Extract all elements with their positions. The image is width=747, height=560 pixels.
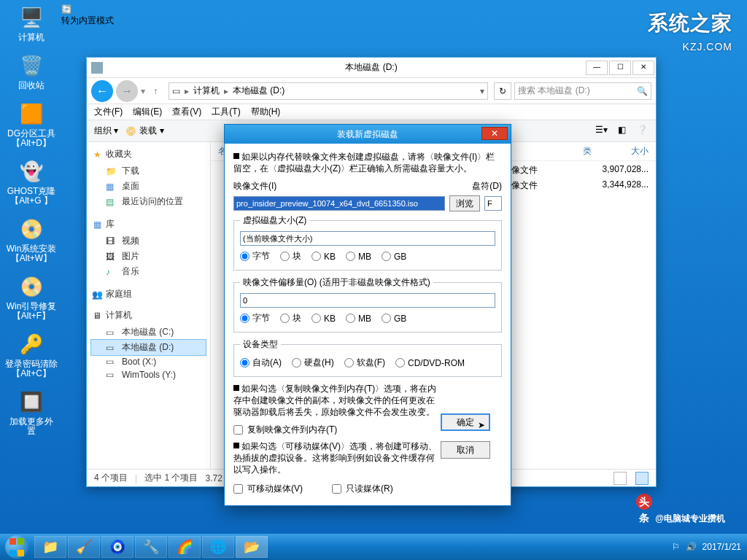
sidebar-item[interactable]: 📁下载 [91, 163, 206, 179]
sidebar-item[interactable]: ▭本地磁盘 (D:) [91, 340, 206, 355]
close-button[interactable]: ✕ [481, 127, 508, 140]
offset-input[interactable] [240, 293, 495, 308]
menu-file[interactable]: 文件(F) [94, 106, 123, 118]
disc-icon: 📀 [125, 126, 136, 136]
folder-icon: 📁 [106, 166, 117, 176]
search-input[interactable]: 搜索 本地磁盘 (D:) 🔍 [514, 82, 651, 100]
removable-checkbox[interactable]: 可移动媒体(V) [233, 483, 303, 495]
sidebar-item[interactable]: ▭WimTools (Y:) [91, 368, 206, 381]
sidebar: ★收藏夹 📁下载 ▦桌面 ▤最近访问的位置 ▦库 🎞视频 🖼图片 ♪音乐 👥家庭… [87, 142, 211, 469]
drive-label: 盘符(D) [472, 180, 502, 192]
ok-button[interactable]: 确定➤ [441, 413, 490, 431]
desktop-icon[interactable]: 🟧DG分区工具 【Alt+D】 [6, 101, 57, 148]
sidebar-libraries[interactable]: ▦库 [91, 218, 206, 230]
titlebar[interactable]: 本地磁盘 (D:) — ☐ ✕ [87, 58, 656, 78]
up-button[interactable]: ↑ [148, 86, 163, 96]
unit-kb[interactable]: KB [311, 312, 336, 324]
cancel-button[interactable]: 取消 [441, 441, 490, 459]
history-dropdown[interactable]: ▾ [141, 86, 145, 96]
close-button[interactable]: ✕ [632, 61, 654, 75]
start-button[interactable] [0, 534, 34, 560]
view-icons-button[interactable] [635, 472, 649, 485]
unit-block[interactable]: 块 [280, 312, 301, 324]
star-icon: ★ [91, 149, 103, 160]
mount-button[interactable]: 📀装载 ▾ [125, 125, 163, 137]
forward-button[interactable]: → [116, 80, 138, 102]
task-button[interactable]: 📁 [34, 536, 66, 558]
sidebar-computer[interactable]: 🖥计算机 [91, 309, 206, 322]
menu-bar: 文件(F) 编辑(E) 查看(V) 工具(T) 帮助(H) [87, 104, 656, 120]
help-icon[interactable]: ❔ [635, 125, 649, 138]
unit-block[interactable]: 块 [280, 250, 301, 262]
task-button[interactable]: 🌐 [202, 536, 234, 558]
unit-kb[interactable]: KB [311, 250, 336, 262]
desktop-icon[interactable]: 🖥️计算机 [6, 4, 57, 42]
task-button[interactable]: 🧹 [68, 536, 100, 558]
drive-letter-input[interactable] [484, 196, 502, 211]
system-tray[interactable]: ⚐ 🔊 2017/1/21 [672, 542, 747, 552]
unit-byte[interactable]: 字节 [240, 250, 270, 262]
size-input[interactable] [240, 231, 495, 246]
view-button[interactable]: ☰▾ [595, 125, 608, 138]
dev-cd[interactable]: CD/DVD-ROM [395, 357, 465, 369]
desktop-icon[interactable]: 🔲加载更多外置 [6, 389, 57, 436]
size-fieldset: 虚拟磁盘大小(Z) 字节 块 KB MB GB [233, 214, 502, 271]
flag-icon[interactable]: ⚐ [672, 542, 680, 552]
readonly-checkbox[interactable]: 只读媒体(R) [332, 483, 393, 495]
task-button[interactable]: 🧿 [101, 536, 133, 558]
sidebar-item[interactable]: 🎞视频 [91, 233, 206, 249]
menu-edit[interactable]: 编辑(E) [133, 106, 162, 118]
dev-auto[interactable]: 自动(A) [240, 357, 282, 369]
task-button[interactable]: 🔧 [135, 536, 167, 558]
dev-fdd[interactable]: 软盘(F) [344, 357, 385, 369]
unit-mb[interactable]: MB [346, 312, 371, 324]
image-label: 映像文件(I) [233, 180, 276, 192]
sidebar-item[interactable]: ▭Boot (X:) [91, 355, 206, 368]
preview-button[interactable]: ◧ [615, 125, 628, 138]
unit-byte[interactable]: 字节 [240, 312, 270, 324]
copy-checkbox[interactable]: 复制映像文件到内存(T) [233, 424, 438, 436]
sidebar-homegroup[interactable]: 👥家庭组 [91, 288, 206, 300]
dialog-titlebar[interactable]: 装载新虚拟磁盘 ✕ [225, 125, 511, 144]
task-button[interactable]: 📂 [236, 536, 268, 558]
volume-icon[interactable]: 🔊 [686, 542, 697, 552]
drive-icon [91, 62, 103, 74]
refresh-button[interactable]: ↻ [494, 82, 511, 100]
unit-mb[interactable]: MB [346, 250, 371, 262]
desktop-icon[interactable]: 🔑登录密码清除 【Alt+C】 [6, 331, 57, 378]
min-button[interactable]: — [586, 61, 608, 75]
desktop-icon[interactable]: 📀Win系统安装 【Alt+W】 [6, 216, 57, 263]
sidebar-favorites[interactable]: ★收藏夹 [91, 148, 206, 160]
task-button[interactable]: 🌈 [169, 536, 201, 558]
clock[interactable]: 2017/1/21 [703, 542, 741, 552]
image-path-input[interactable] [233, 196, 445, 211]
desktop-icon: ▦ [106, 182, 117, 192]
browse-button[interactable]: 浏览 [449, 195, 480, 211]
menu-help[interactable]: 帮助(H) [251, 106, 281, 118]
address-bar[interactable]: ▭ ▸ 计算机 ▸ 本地磁盘 (D:) ▾ [169, 82, 488, 100]
sidebar-item[interactable]: ▦桌面 [91, 179, 206, 194]
unit-gb[interactable]: GB [382, 312, 406, 324]
info-text: 如果勾选〈可移动媒体(V)〉选项，将创建可移动、热插拔的虚拟设备。这将影响到例如… [233, 440, 438, 475]
sidebar-item[interactable]: ♪音乐 [91, 264, 206, 279]
back-button[interactable]: ← [91, 80, 113, 102]
desktop-icon[interactable]: 📀Win引导修复 【Alt+F】 [6, 273, 57, 321]
sidebar-item[interactable]: ▤最近访问的位置 [91, 194, 206, 209]
legend: 映像文件偏移量(O) (适用于非磁盘映像文件格式) [240, 276, 433, 289]
sidebar-item[interactable]: ▭本地磁盘 (C:) [91, 324, 206, 340]
desktop-icon[interactable]: 🔄转为内置模式 [61, 4, 114, 27]
dev-hdd[interactable]: 硬盘(H) [292, 357, 334, 369]
sidebar-item[interactable]: 🖼图片 [91, 249, 206, 264]
max-button[interactable]: ☐ [609, 61, 631, 75]
desktop-icon[interactable]: 🗑️回收站 [6, 52, 57, 90]
toutiao-watermark: 头条@电脑城专业攒机 [636, 494, 725, 525]
menu-view[interactable]: 查看(V) [172, 106, 201, 118]
offset-fieldset: 映像文件偏移量(O) (适用于非磁盘映像文件格式) 字节 块 KB MB GB [233, 276, 502, 332]
desktop-icon[interactable]: 👻GHOST克隆 【Alt+G 】 [6, 158, 57, 206]
organize-button[interactable]: 组织 ▾ [94, 125, 118, 137]
drive-icon: ▭ [172, 86, 180, 96]
menu-tools[interactable]: 工具(T) [212, 106, 240, 118]
view-details-button[interactable] [614, 472, 627, 485]
unit-gb[interactable]: GB [382, 250, 406, 262]
watermark: 系统之家 KZJ.COM [648, 13, 732, 57]
